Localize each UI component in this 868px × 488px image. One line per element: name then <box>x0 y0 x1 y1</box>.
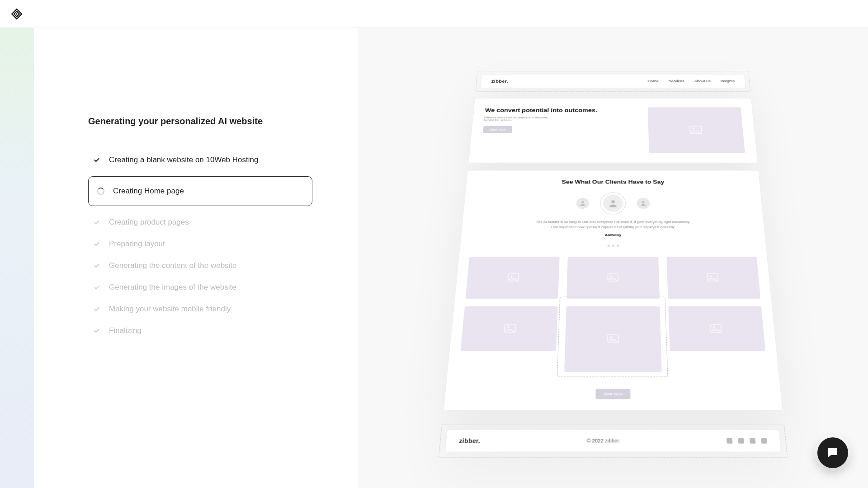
preview-header-region: zibber. Home Services About us Insights <box>475 71 750 92</box>
preview-copyright: © 2022 zibber. <box>587 438 620 444</box>
preview-nav-item: Insights <box>720 80 735 83</box>
svg-point-17 <box>713 326 715 328</box>
twitter-icon <box>726 438 733 444</box>
preview-quote-line: I am impressed how quickly it captures e… <box>551 225 675 229</box>
chat-icon <box>826 446 840 460</box>
image-placeholder-icon <box>648 107 745 153</box>
topbar <box>0 0 868 28</box>
preview-social-icons <box>726 438 767 444</box>
preview-mock: zibber. Home Services About us Insights … <box>438 71 788 458</box>
preview-nav-item: Home <box>647 80 658 83</box>
preview-quote-line: The AI builder is so easy to use and eve… <box>536 220 690 224</box>
check-icon <box>93 262 101 270</box>
spinner-icon <box>97 187 105 195</box>
step-item: Generating the content of the website <box>88 255 312 277</box>
preview-hero: We convert potential into outcomes. Mana… <box>468 98 758 163</box>
preview-brand: zibber. <box>491 79 509 83</box>
step-label: Creating Home page <box>113 187 184 196</box>
check-icon <box>93 327 101 335</box>
step-item: Preparing layout <box>88 233 312 255</box>
svg-point-11 <box>710 276 712 277</box>
preview-image-grid <box>458 257 767 372</box>
image-placeholder-icon <box>466 257 560 299</box>
check-icon <box>93 218 101 226</box>
svg-point-0 <box>16 13 17 14</box>
image-placeholder-icon <box>566 257 659 299</box>
svg-point-9 <box>610 276 612 277</box>
carousel-dots <box>470 241 756 249</box>
chat-button[interactable] <box>817 437 848 468</box>
step-label: Creating a blank website on 10Web Hostin… <box>109 155 258 164</box>
preview-author: Anthony <box>471 233 755 237</box>
step-label: Generating the images of the website <box>109 283 236 292</box>
check-icon <box>93 156 101 164</box>
check-icon <box>93 283 101 291</box>
check-icon <box>93 305 101 313</box>
step-item: Creating a blank website on 10Web Hostin… <box>88 149 312 171</box>
logo-icon <box>11 8 23 20</box>
dribbble-icon <box>750 438 756 444</box>
svg-point-5 <box>642 202 644 203</box>
youtube-icon <box>761 438 767 444</box>
step-label: Creating product pages <box>109 218 189 227</box>
image-placeholder-icon <box>666 257 760 299</box>
svg-point-4 <box>611 200 615 203</box>
preview-nav-item: Services <box>669 80 684 83</box>
svg-point-3 <box>581 202 584 203</box>
preview-testimonials: See What Our Clients Have to Say The AI … <box>443 170 783 411</box>
preview-footer-region: zibber. © 2022 zibber. <box>438 424 788 458</box>
step-item: Creating product pages <box>88 211 312 233</box>
preview-nav-item: About us <box>694 80 711 83</box>
steps-list: Creating a blank website on 10Web Hostin… <box>88 149 312 342</box>
svg-point-15 <box>610 336 612 338</box>
check-icon <box>93 240 101 248</box>
avatar-icon <box>576 198 589 209</box>
preview-nav: Home Services About us Insights <box>647 80 735 83</box>
step-item: Finalizing <box>88 320 312 342</box>
progress-pane: Generating your personalized AI website … <box>34 28 358 488</box>
step-label: Finalizing <box>109 326 142 335</box>
step-label: Preparing layout <box>109 239 165 249</box>
preview-footer-brand: zibber. <box>459 437 481 444</box>
preview-quote: The AI builder is so easy to use and eve… <box>472 220 754 230</box>
step-item: Making your website mobile friendly <box>88 298 312 320</box>
step-item: Creating Home page <box>88 176 312 206</box>
preview-hero-sub: Manage every kind of camera to collectio… <box>484 116 555 122</box>
image-placeholder-icon <box>461 306 558 351</box>
preview-hero-button: Start Now <box>483 126 512 133</box>
left-accent-bar <box>0 28 34 488</box>
image-placeholder-icon <box>668 306 765 351</box>
preview-testimonials-title: See What Our Clients Have to Say <box>476 179 750 185</box>
step-label: Making your website mobile friendly <box>109 305 231 314</box>
app-logo[interactable] <box>11 8 23 20</box>
step-label: Generating the content of the website <box>109 261 237 270</box>
svg-point-2 <box>693 128 695 130</box>
svg-point-7 <box>510 276 512 277</box>
preview-cta-button: Start Now <box>596 389 630 399</box>
avatar-icon <box>637 198 650 209</box>
svg-point-13 <box>507 326 509 328</box>
heading: Generating your personalized AI website <box>88 116 312 127</box>
step-item: Generating the images of the website <box>88 277 312 298</box>
preview-pane: zibber. Home Services About us Insights … <box>358 28 868 488</box>
preview-hero-title: We convert potential into outcomes. <box>485 107 635 113</box>
avatar-highlight <box>600 192 626 215</box>
instagram-icon <box>738 438 744 444</box>
image-placeholder-icon <box>565 306 662 372</box>
